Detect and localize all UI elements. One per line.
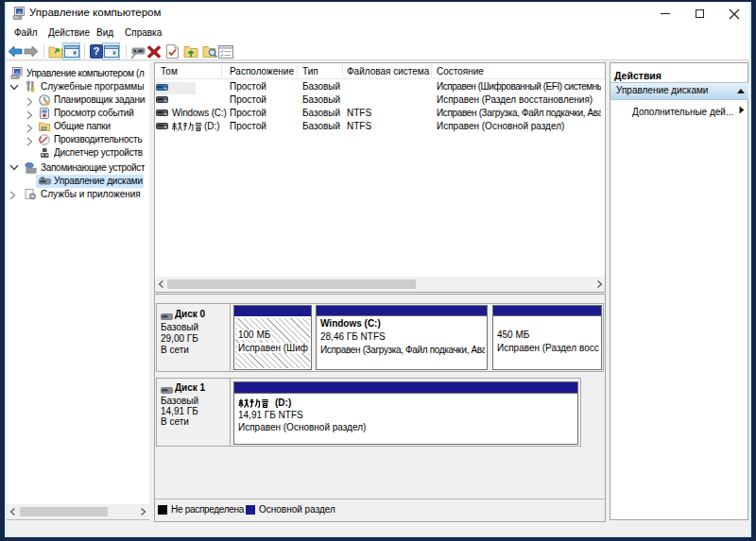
svg-text:22: 22 bbox=[41, 126, 47, 131]
svg-text:?: ? bbox=[94, 45, 100, 57]
